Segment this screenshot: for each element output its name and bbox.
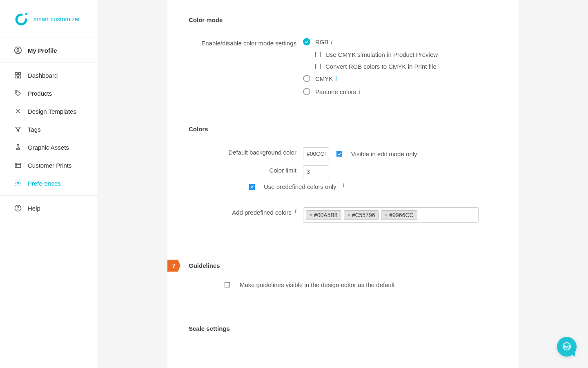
nav-section-profile: My Profile: [0, 38, 98, 63]
svg-point-9: [17, 144, 19, 146]
filter-icon: [14, 125, 22, 133]
prints-icon: [14, 161, 22, 169]
radio-indicator-icon: [303, 75, 310, 82]
nav-dashboard[interactable]: Dashboard: [0, 66, 98, 84]
section-color-mode-title: Color mode: [167, 16, 519, 23]
info-icon[interactable]: i: [295, 208, 296, 215]
row-guidelines-visible: Make guidelines visible in the design ed…: [167, 281, 519, 288]
svg-rect-4: [15, 72, 17, 74]
checkbox-cmyk-simulation[interactable]: [315, 52, 321, 57]
tag-value: #00A5B8: [314, 212, 338, 218]
chat-support-button[interactable]: [557, 337, 577, 357]
tag-remove-icon[interactable]: ×: [310, 212, 312, 218]
radio-cmyk-label: CMYK: [315, 75, 333, 82]
row-predef-only: Use predefined colors only i: [167, 181, 519, 193]
svg-rect-6: [15, 76, 17, 78]
label-color-mode: Enable/disable color mode settings: [189, 38, 303, 47]
radio-rgb[interactable]: RGB: [303, 38, 329, 45]
checkbox-convert-label: Convert RGB colors to CMYK in Print file: [325, 63, 437, 70]
checkbox-convert-rgb-cmyk[interactable]: [315, 64, 321, 69]
label-bg-color: Default background color: [189, 147, 303, 156]
svg-point-15: [18, 209, 18, 210]
assets-icon: [14, 143, 22, 151]
ctrl-add-predefined: ×#00A5B8 ×#C55796 ×#9966CC: [303, 207, 497, 223]
tag-value: #C55796: [352, 212, 375, 218]
nav-label: Help: [28, 205, 40, 212]
nav-label: My Profile: [28, 47, 57, 54]
checkbox-visible-edit-only[interactable]: [336, 151, 342, 157]
brand-name: smart customizer: [33, 16, 80, 22]
color-tag: ×#C55796: [344, 210, 379, 220]
radio-indicator-icon: [303, 38, 310, 45]
nav-graphic-assets[interactable]: Graphic Assets: [0, 138, 98, 156]
label-add-predefined: Add predefined colors: [232, 209, 292, 216]
step-badge-7: 7: [167, 260, 180, 272]
nav-label: Design Templates: [28, 108, 76, 115]
nav-customer-prints[interactable]: Customer Prints: [0, 156, 98, 174]
radio-pantone-label: Pantone colors: [315, 88, 356, 95]
predefined-colors-input[interactable]: ×#00A5B8 ×#C55796 ×#9966CC: [303, 207, 479, 223]
section-guidelines-title: 7 Guidelines: [167, 262, 519, 269]
input-color-limit[interactable]: [303, 165, 329, 178]
checkbox-cmyk-simulation-label: Use CMYK simulation in Product Preview: [325, 51, 438, 58]
ctrl-color-mode: RGB i Use CMYK simulation in Product Pre…: [303, 38, 497, 99]
color-tag: ×#00A5B8: [306, 210, 341, 220]
ctrl-color-limit: [303, 165, 497, 178]
nav-label: Tags: [28, 126, 41, 133]
tag-value: #9966CC: [389, 212, 413, 218]
svg-point-8: [16, 92, 17, 92]
radio-rgb-label: RGB: [315, 38, 329, 45]
row-bg-color: Default background color Visible in edit…: [167, 145, 519, 163]
nav-tags[interactable]: Tags: [0, 120, 98, 138]
checkbox-predefined-only-label: Use predefined colors only: [264, 183, 336, 190]
checkbox-guidelines-label: Make guidelines visible in the design ed…: [240, 281, 394, 288]
nav-label: Dashboard: [28, 72, 58, 79]
label-color-limit: Color limit: [189, 165, 303, 174]
tools-icon: [14, 107, 22, 115]
svg-point-0: [16, 15, 26, 24]
sidebar: smart customizer My Profile Dashboard Pr…: [0, 0, 98, 368]
svg-rect-7: [19, 76, 21, 78]
checkbox-visible-label: Visible in edit mode only: [351, 150, 417, 157]
nav-products[interactable]: Products: [0, 84, 98, 102]
svg-point-1: [25, 13, 27, 15]
nav-section-main: Dashboard Products Design Templates Tags…: [0, 63, 98, 196]
input-bg-color[interactable]: [303, 147, 329, 160]
tag-icon: [14, 89, 22, 97]
section-colors-title: Colors: [167, 126, 519, 132]
nav-design-templates[interactable]: Design Templates: [0, 102, 98, 120]
color-tag: ×#9966CC: [381, 210, 417, 220]
row-color-limit: Color limit: [167, 163, 519, 181]
info-icon[interactable]: i: [335, 76, 337, 82]
checkbox-predefined-only[interactable]: [249, 184, 255, 190]
user-icon: [14, 46, 22, 54]
ctrl-bg-color: Visible in edit mode only: [303, 147, 497, 160]
nav-label: Products: [28, 90, 52, 97]
svg-rect-5: [19, 72, 21, 74]
tag-remove-icon[interactable]: ×: [385, 212, 388, 218]
mail-icon: [562, 341, 572, 352]
info-icon[interactable]: i: [359, 89, 360, 95]
section-scale-title: Scale settings: [167, 325, 519, 332]
row-add-predefined: Add predefined colors i ×#00A5B8 ×#C5579…: [167, 205, 519, 225]
nav-label: Preferences: [28, 180, 61, 187]
radio-indicator-icon: [303, 88, 310, 95]
preferences-card: Color mode Enable/disable color mode set…: [167, 0, 519, 368]
info-icon[interactable]: i: [331, 39, 333, 45]
main-content: Color mode Enable/disable color mode set…: [98, 0, 588, 368]
tag-remove-icon[interactable]: ×: [347, 212, 350, 218]
radio-cmyk[interactable]: CMYK: [303, 75, 333, 82]
dashboard-icon: [14, 71, 22, 79]
nav-my-profile[interactable]: My Profile: [0, 41, 98, 59]
svg-point-13: [17, 182, 19, 184]
brand-logo-icon: [14, 11, 29, 26]
radio-pantone[interactable]: Pantone colors: [303, 88, 356, 95]
nav-section-help: Help: [0, 196, 98, 220]
guidelines-title-text: Guidelines: [189, 262, 220, 269]
checkbox-guidelines-visible[interactable]: [225, 282, 230, 287]
nav-preferences[interactable]: Preferences: [0, 174, 98, 192]
info-icon[interactable]: i: [343, 182, 345, 189]
nav-help[interactable]: Help: [0, 199, 98, 217]
help-icon: [14, 204, 22, 212]
svg-rect-10: [15, 163, 21, 168]
